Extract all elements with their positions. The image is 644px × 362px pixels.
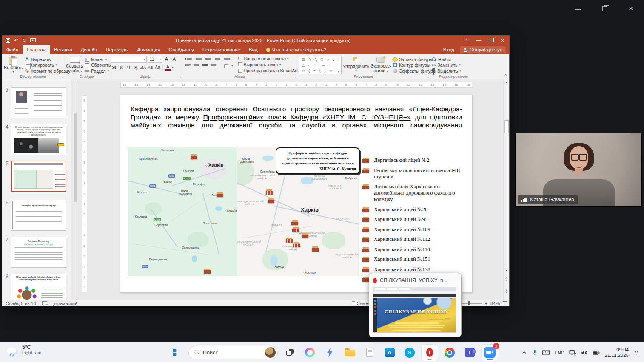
microphone-icon[interactable] [532,349,538,356]
italic-button[interactable]: К [118,64,125,71]
slide-canvas[interactable]: Кафедра запропонувала створення Освітньо… [120,95,472,292]
format-painter-button[interactable]: Формат по образцу [25,68,71,74]
arrange-button[interactable]: Упорядочить ▾ [343,56,369,74]
restore-button[interactable] [597,3,612,14]
reset-button[interactable]: Сбросить [85,62,111,68]
section-button[interactable]: Раздел▾ [85,68,111,74]
redo-icon[interactable]: ↻ [22,37,26,43]
align-center-button[interactable] [194,64,199,68]
bold-button[interactable]: Ж [111,64,117,71]
undo-icon[interactable]: ↶ [14,37,18,43]
close-icon[interactable]: × [624,3,638,14]
notification-bell-icon[interactable] [633,349,640,356]
font-color-button[interactable]: А [165,64,171,71]
thumbnail-scrollbar[interactable] [73,79,77,300]
align-right-button[interactable] [202,64,208,68]
tab-animations[interactable]: Анимация [133,45,164,54]
start-slideshow-icon[interactable] [30,38,36,43]
replace-button[interactable]: abЗаменить▾ [432,62,461,68]
taskbar-preview-card[interactable]: СПІЛКУВАННЯ_УСПІХУ_п... СПІЛКУВАННЯ УСПІ… [369,273,461,337]
shapes-gallery[interactable]: ▤ ╲ ╲ □ ○ ▭ △ ⌐ ∟ → ↓ ▱ ☆ ( ~ { } ☆ ▴▾ [299,56,342,74]
tray-chevron-icon[interactable] [521,350,527,355]
share-button[interactable]: Общий доступ [460,46,506,53]
new-slide-button[interactable]: Создатьслайд ▾ [66,56,83,74]
thumbnail-slide-6[interactable]: 6 Створені профкласи Кафедри у [11,200,66,231]
horizontal-ruler[interactable]: 16 · 15 · 14 · 13 · 12 · 11 · 10 · 9 · 8… [120,82,472,88]
app-lightning-button[interactable] [322,345,338,361]
font-color-caret-icon[interactable]: ▾ [172,66,174,69]
align-text-button[interactable]: Выровнять текст▾ [238,62,301,67]
tab-insert[interactable]: Вставка [50,45,77,54]
decrease-indent-button[interactable] [205,57,211,62]
tab-home[interactable]: Главная [23,45,50,54]
text-direction-button[interactable]: Направление текста▾ [238,56,301,61]
font-dialog-launcher[interactable]: ⌟ [180,75,181,79]
drawing-dialog-launcher[interactable]: ⌟ [427,75,429,79]
tab-design[interactable]: Дизайн [77,45,102,54]
tell-me-box[interactable]: Что вы хотите сделать? [262,45,331,54]
skype-button[interactable]: S [402,345,418,361]
ppt-close-icon[interactable]: × [496,36,508,45]
thumbnail-slide-3[interactable]: 3 [11,87,66,118]
ppt-restore-button[interactable] [484,36,496,45]
thumbnail-slide-7[interactable]: 7 Завдання Профкласу Кафедри та діяльнос… [11,237,66,268]
outlook-button[interactable]: o [382,345,398,361]
character-spacing-button[interactable]: АВ [147,64,154,71]
scrollbar-thumb[interactable] [504,120,509,133]
change-case-button[interactable]: Аа [154,64,161,71]
map-title-box[interactable]: Профорієнтаційна карта кафедри державног… [276,147,360,174]
qat-customize-icon[interactable]: ▾ [40,39,41,42]
cut-button[interactable]: Вырезать [25,57,71,62]
previous-slide-button[interactable]: ^^ [504,277,509,283]
thumbnail-slide-5-selected[interactable]: 5 [11,161,66,192]
strikethrough-button[interactable]: abc [140,64,146,71]
task-view-button[interactable] [282,345,298,361]
numbering-button[interactable] [196,57,202,62]
zoom-in-icon[interactable]: + [485,301,487,306]
file-explorer-button[interactable] [342,345,358,361]
spellcheck-icon[interactable] [42,301,47,305]
weather-widget[interactable]: 5°C Light rain [6,345,41,356]
thumbnail-slide-4[interactable]: 4 Сучасні фактори негативного впливу на … [11,124,66,155]
paragraph-dialog-launcher[interactable]: ⌟ [294,75,296,79]
save-icon[interactable] [6,38,10,43]
taskbar-clock[interactable]: 09:04 21.11.2025 [604,347,629,358]
zoom-level[interactable]: 84% [490,301,500,306]
columns-icon[interactable] [224,64,228,68]
zoom-app-button[interactable]: 2 [482,345,498,361]
layout-button[interactable]: Макет▾ [85,57,111,62]
minimize-icon[interactable]: — [571,3,585,14]
tab-review[interactable]: Рецензирование [198,45,245,54]
thumbnail-slide-8[interactable]: 8 М'які навички (soft skills) необхідні … [11,274,66,300]
sign-in-link[interactable]: Вход [443,47,454,52]
increase-indent-button[interactable] [215,57,220,62]
underline-button[interactable]: Ч [125,64,132,71]
text-shadow-button[interactable]: S [133,64,139,71]
vertical-ruler[interactable]: 9 8 7 6 5 4 3 2 1 0 1 2 3 4 5 6 7 8 9 [82,95,87,292]
start-button[interactable] [168,345,185,361]
justify-button[interactable] [211,64,216,68]
notepad-button[interactable] [362,345,378,361]
preview-screenshot[interactable]: СПІЛКУВАННЯ УСПІХУ тренер Марина ГУЗЬ [373,287,456,333]
touch-keyboard-icon[interactable] [542,350,550,355]
smartart-button[interactable]: Преобразовать в SmartArt▾ [238,68,301,74]
copy-button[interactable]: Копировать▾ [25,62,71,68]
ppt-minimize-icon[interactable]: — [473,36,484,45]
chrome-button[interactable] [442,345,458,361]
taskbar-search[interactable]: Поиск [188,346,278,359]
zoom-slider-handle[interactable] [468,301,470,305]
network-icon[interactable] [569,350,576,356]
copilot-button[interactable] [302,345,318,361]
tab-view[interactable]: Вид [245,45,262,54]
slide-paragraph[interactable]: Кафедра запропонувала створення Освітньо… [131,105,462,129]
shrink-font-button[interactable]: Аˇ [171,56,178,62]
align-left-button[interactable] [185,64,191,68]
clipboard-dialog-launcher[interactable]: ⌟ [61,75,63,79]
language-switcher[interactable]: ENG [554,350,564,355]
font-size-combo[interactable]: 11▾ [148,56,162,63]
collapse-ribbon-icon[interactable]: ^ [504,74,507,78]
opera-button[interactable] [422,345,438,361]
scroll-up-icon[interactable]: ▴ [504,80,509,84]
shapes-scrollbar[interactable]: ▴▾ [336,56,341,74]
find-button[interactable]: Найти [432,57,461,62]
